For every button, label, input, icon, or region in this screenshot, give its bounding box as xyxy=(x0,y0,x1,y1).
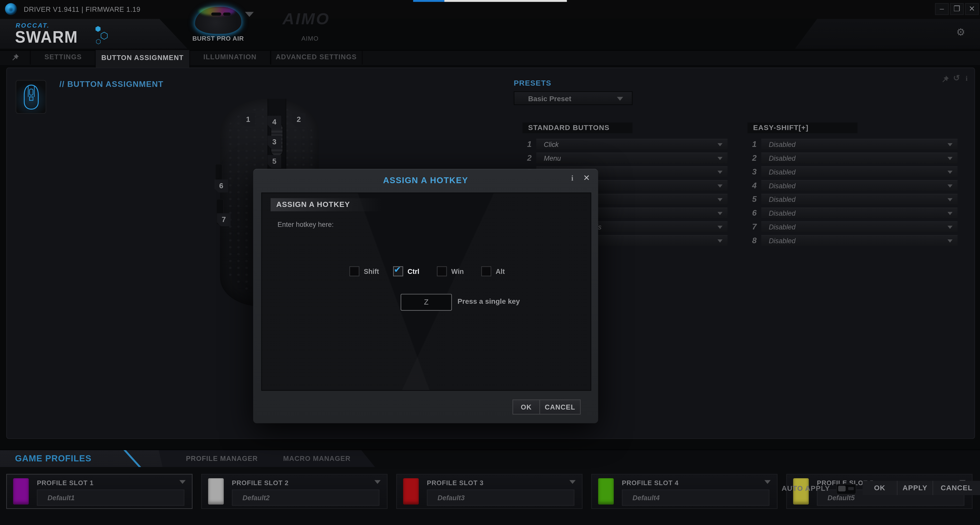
profile-name-field[interactable]: Default4 xyxy=(622,490,770,506)
profile-slot-title: PROFILE SLOT 2 xyxy=(232,479,289,486)
profile-slot-card-1[interactable]: PROFILE SLOT 1 Default1 xyxy=(6,474,192,509)
auto-apply-toggle[interactable] xyxy=(836,484,856,495)
close-button[interactable]: ✕ xyxy=(965,3,979,15)
es-row-dropdown-4[interactable]: Disabled xyxy=(761,180,958,191)
profile-name-field[interactable]: Default2 xyxy=(232,490,380,506)
hexagon-icon: ⬡ xyxy=(95,38,101,45)
tab-illumination[interactable]: ILLUMINATION xyxy=(189,50,271,64)
profile-name-field[interactable]: Default1 xyxy=(37,490,185,506)
tab-macro-manager[interactable]: MACRO MANAGER xyxy=(273,450,361,467)
win-checkbox[interactable]: ✔ xyxy=(437,266,447,276)
shift-checkbox[interactable]: ✔ xyxy=(349,266,360,276)
win-label: Win xyxy=(451,267,464,275)
top-progress-strip-blue xyxy=(413,0,444,2)
tab-settings[interactable]: SETTINGS xyxy=(30,50,96,64)
profile-color-swatch[interactable] xyxy=(208,478,224,504)
es-row-dropdown-1[interactable]: Disabled xyxy=(761,139,958,150)
alt-label: Alt xyxy=(496,267,505,275)
minimize-button[interactable]: – xyxy=(935,3,949,15)
device-dropdown-caret-icon[interactable] xyxy=(245,12,254,17)
footer-cancel-button[interactable]: CANCEL xyxy=(932,481,980,495)
modifier-alt[interactable]: ✔ Alt xyxy=(481,266,505,276)
game-profiles-label[interactable]: GAME PROFILES xyxy=(15,450,92,466)
panel-pin-icon[interactable] xyxy=(941,74,949,86)
chevron-down-icon xyxy=(948,212,953,215)
std-row-num: 1 xyxy=(525,139,534,150)
dialog-section-header: ASSIGN A HOTKEY xyxy=(271,198,382,211)
panel-info-icon[interactable]: i xyxy=(966,74,967,82)
chevron-down-icon xyxy=(948,157,953,160)
mouse-button-label-7[interactable]: 7 xyxy=(217,213,231,226)
es-row-num: 2 xyxy=(750,153,759,163)
chevron-down-icon[interactable] xyxy=(764,480,770,484)
roccat-gecko-logo-icon xyxy=(5,3,17,15)
alt-checkbox[interactable]: ✔ xyxy=(481,266,491,276)
es-row-dropdown-6[interactable]: Disabled xyxy=(761,207,958,218)
aimo-device-logo[interactable]: AIMO xyxy=(283,10,330,29)
footer-ok-button[interactable]: OK xyxy=(862,481,897,495)
auto-apply-label: AUTO APPLY xyxy=(767,485,830,492)
es-row-num: 1 xyxy=(750,139,759,150)
hotkey-key-input[interactable]: Z xyxy=(401,294,452,311)
device-thumbnail-burst-pro-air[interactable] xyxy=(195,7,241,34)
modifier-win[interactable]: ✔ Win xyxy=(437,266,464,276)
dialog-cancel-button[interactable]: CANCEL xyxy=(539,400,580,414)
profile-slot-title: PROFILE SLOT 4 xyxy=(622,479,679,486)
preset-dropdown[interactable]: Basic Preset xyxy=(514,91,633,105)
footer-apply-button[interactable]: APPLY xyxy=(897,481,932,495)
modifier-ctrl[interactable]: ✔ Ctrl xyxy=(393,266,419,276)
single-key-hint: Press a single key xyxy=(457,298,520,305)
dialog-close-icon[interactable]: ✕ xyxy=(583,173,590,183)
ctrl-label: Ctrl xyxy=(407,267,419,275)
ctrl-checkbox[interactable]: ✔ xyxy=(393,266,403,276)
gear-icon[interactable]: ⚙ xyxy=(956,26,965,38)
device-wireframe-thumbnail xyxy=(16,80,46,114)
profile-slot-card-2[interactable]: PROFILE SLOT 2 Default2 xyxy=(201,474,387,509)
restore-button[interactable]: ❐ xyxy=(950,3,964,15)
es-row-dropdown-3[interactable]: Disabled xyxy=(761,166,958,177)
profile-color-swatch[interactable] xyxy=(13,478,29,504)
dialog-info-icon[interactable]: i xyxy=(571,174,573,183)
chevron-down-icon xyxy=(718,157,722,160)
es-row-num: 6 xyxy=(750,207,759,218)
dialog-ok-button[interactable]: OK xyxy=(513,400,539,414)
device-name-selected[interactable]: BURST PRO AIR xyxy=(191,35,245,42)
std-row-dropdown-2[interactable]: Menu xyxy=(536,153,728,163)
dialog-button-group: OK CANCEL xyxy=(512,399,581,415)
page-title: // BUTTON ASSIGNMENT xyxy=(59,80,164,89)
hotkey-instruction: Enter hotkey here: xyxy=(278,221,334,228)
chevron-down-icon xyxy=(718,212,722,215)
app-window: DRIVER V1.9411 | FIRMWARE 1.19 – ❐ ✕ ROC… xyxy=(0,0,980,525)
profile-slot-title: PROFILE SLOT 3 xyxy=(427,479,484,486)
es-row-dropdown-7[interactable]: Disabled xyxy=(761,221,958,232)
pushpin-icon xyxy=(11,53,19,61)
es-row-dropdown-5[interactable]: Disabled xyxy=(761,194,958,205)
profile-slot-card-4[interactable]: PROFILE SLOT 4 Default4 xyxy=(591,474,778,509)
std-row-num: 2 xyxy=(525,153,534,163)
es-row-dropdown-8[interactable]: Disabled xyxy=(761,235,958,246)
toggle-knob xyxy=(838,486,846,491)
tab-advanced-settings[interactable]: ADVANCED SETTINGS xyxy=(270,50,363,64)
toggle-hint xyxy=(848,487,854,490)
dialog-title: ASSIGN A HOTKEY xyxy=(253,176,598,185)
chevron-down-icon[interactable] xyxy=(374,480,380,484)
standard-buttons-header: STANDARD BUTTONS xyxy=(523,123,633,134)
chevron-down-icon[interactable] xyxy=(569,480,576,484)
presets-title: PRESETS xyxy=(514,79,551,88)
es-row-num: 7 xyxy=(750,221,759,232)
tab-profile-manager[interactable]: PROFILE MANAGER xyxy=(175,450,269,467)
device-name-aimo[interactable]: AIMO xyxy=(291,35,329,42)
reset-undo-icon[interactable]: ↺ xyxy=(953,73,960,83)
modifier-shift[interactable]: ✔ Shift xyxy=(349,266,379,276)
profile-color-swatch[interactable] xyxy=(403,478,418,504)
nav-pin-tab[interactable] xyxy=(0,50,31,64)
profile-name-field[interactable]: Default3 xyxy=(427,490,574,506)
es-row-dropdown-2[interactable]: Disabled xyxy=(761,153,958,163)
profile-color-swatch[interactable] xyxy=(598,478,614,504)
tab-button-assignment[interactable]: BUTTON ASSIGNMENT xyxy=(95,50,190,68)
profiles-tabstrip: GAME PROFILES PROFILE MANAGER MACRO MANA… xyxy=(0,450,375,467)
std-row-dropdown-1[interactable]: Click xyxy=(536,139,728,150)
profile-slot-card-3[interactable]: PROFILE SLOT 3 Default3 xyxy=(396,474,582,509)
chevron-down-icon[interactable] xyxy=(179,480,185,484)
game-profiles-section: GAME PROFILES PROFILE MANAGER MACRO MANA… xyxy=(0,449,980,525)
